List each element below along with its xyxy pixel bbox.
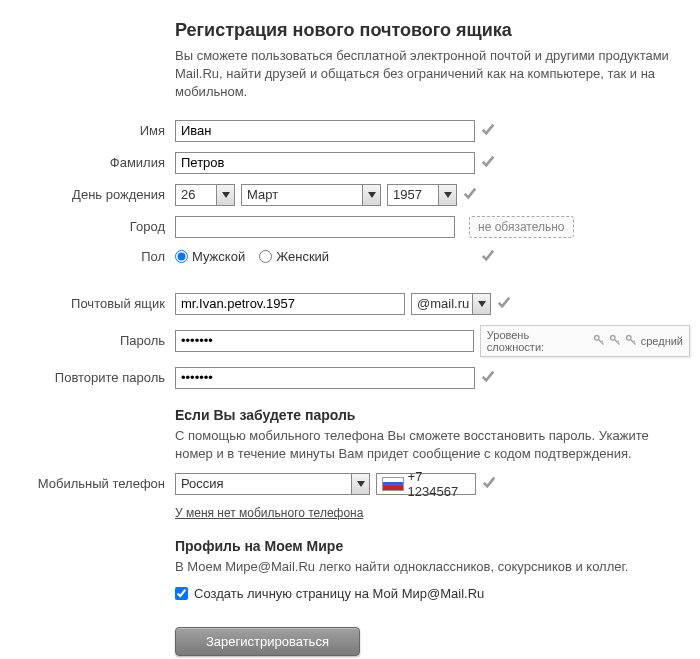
gender-female-input[interactable] <box>259 250 272 263</box>
birthday-month-select[interactable]: Март <box>241 184 381 206</box>
selected-domain: @mail.ru <box>417 296 469 311</box>
label-mailbox: Почтовый ящик <box>10 296 175 311</box>
label-mobile: Мобильный телефон <box>10 476 175 491</box>
label-password: Пароль <box>10 333 175 348</box>
create-profile-checkbox[interactable] <box>175 587 188 600</box>
birthday-day-select[interactable]: 26 <box>175 184 235 206</box>
svg-marker-1 <box>368 192 376 198</box>
selected-country: Россия <box>181 476 224 491</box>
domain-select[interactable]: @mail.ru <box>411 293 491 315</box>
check-icon <box>463 186 479 203</box>
label-birthday: День рождения <box>10 187 175 202</box>
gender-female-label: Женский <box>276 249 329 264</box>
check-icon <box>481 369 497 386</box>
strength-label: Уровень сложности: <box>487 329 589 353</box>
first-name-input[interactable] <box>175 120 475 142</box>
profile-title: Профиль на Моем Мире <box>175 538 690 554</box>
svg-line-9 <box>617 340 619 342</box>
city-optional-hint: не обязательно <box>469 216 574 238</box>
svg-marker-2 <box>444 192 452 198</box>
selected-day: 26 <box>181 187 195 202</box>
submit-button[interactable]: Зарегистрироваться <box>175 627 360 656</box>
flag-russia-icon <box>382 477 404 491</box>
svg-marker-3 <box>478 301 486 307</box>
label-gender: Пол <box>10 249 175 264</box>
strength-value: средний <box>641 335 683 347</box>
city-input[interactable] <box>175 216 455 238</box>
birthday-year-select[interactable]: 1957 <box>387 184 457 206</box>
svg-line-12 <box>633 340 635 342</box>
password-strength-hint: Уровень сложности: средний <box>480 325 690 357</box>
chevron-down-icon <box>216 185 234 205</box>
password-confirm-input[interactable] <box>175 367 475 389</box>
recovery-text: С помощью мобильного телефона Вы сможете… <box>175 427 690 463</box>
mailbox-input[interactable] <box>175 293 405 315</box>
check-icon <box>481 154 497 171</box>
key-icon <box>593 334 605 348</box>
phone-value: +7 1234567 <box>408 469 475 499</box>
gender-male-radio[interactable]: Мужской <box>175 249 245 264</box>
gender-female-radio[interactable]: Женский <box>259 249 329 264</box>
recovery-title: Если Вы забудете пароль <box>175 407 690 423</box>
check-icon <box>481 248 497 265</box>
key-icon <box>625 334 637 348</box>
label-last-name: Фамилия <box>10 155 175 170</box>
check-icon <box>497 295 513 312</box>
svg-line-6 <box>601 340 603 342</box>
profile-text: В Моем Мире@Mail.Ru легко найти одноклас… <box>175 558 690 576</box>
check-icon <box>482 475 498 492</box>
key-icon <box>609 334 621 348</box>
page-subtitle: Вы сможете пользоваться бесплатной элект… <box>175 47 690 102</box>
gender-male-input[interactable] <box>175 250 188 263</box>
page-title: Регистрация нового почтового ящика <box>175 20 690 41</box>
label-password-confirm: Повторите пароль <box>10 370 175 385</box>
label-first-name: Имя <box>10 123 175 138</box>
no-phone-link[interactable]: У меня нет мобильного телефона <box>175 506 363 520</box>
svg-marker-13 <box>357 481 365 487</box>
chevron-down-icon <box>362 185 380 205</box>
last-name-input[interactable] <box>175 152 475 174</box>
chevron-down-icon <box>351 474 369 494</box>
create-profile-label: Создать личную страницу на Мой Мир@Mail.… <box>194 586 484 601</box>
selected-month: Март <box>247 187 278 202</box>
gender-male-label: Мужской <box>192 249 245 264</box>
svg-marker-0 <box>222 192 230 198</box>
registration-form: Регистрация нового почтового ящика Вы см… <box>10 20 690 656</box>
password-input[interactable] <box>175 330 474 352</box>
chevron-down-icon <box>472 294 490 314</box>
check-icon <box>481 122 497 139</box>
country-select[interactable]: Россия <box>175 473 370 495</box>
label-city: Город <box>10 219 175 234</box>
chevron-down-icon <box>438 185 456 205</box>
phone-input[interactable]: +7 1234567 <box>376 473 476 495</box>
selected-year: 1957 <box>393 187 422 202</box>
